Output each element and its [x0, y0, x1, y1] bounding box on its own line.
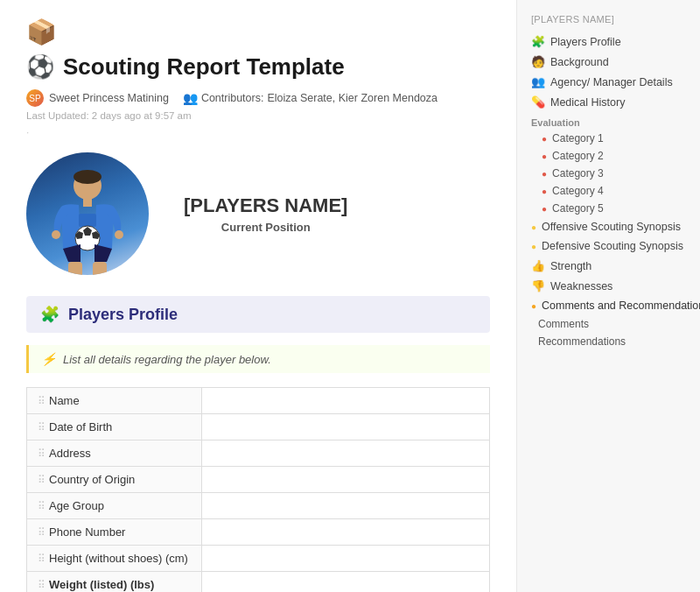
drag-handle-icon[interactable]: ⠿: [38, 579, 46, 591]
info-box-icon: ⚡: [41, 352, 56, 366]
sidebar-sub-label: Category 1: [552, 132, 604, 144]
page-title-text: Scouting Report Template: [63, 53, 345, 81]
sidebar-item-agency-manager-details[interactable]: 👥Agency/ Manager Details: [517, 72, 700, 92]
sidebar-sub-item-category-2[interactable]: ●Category 2: [517, 147, 700, 165]
sidebar-icon: ●: [542, 152, 547, 161]
profile-section-icon: 🧩: [40, 305, 60, 324]
table-row: ⠿Weight (listed) (lbs): [27, 572, 490, 593]
sidebar-item-comments-recommendations[interactable]: ●Comments and Recommendations: [517, 296, 700, 315]
drag-handle-icon[interactable]: ⠿: [38, 474, 46, 486]
drag-handle-icon[interactable]: ⠿: [38, 500, 46, 512]
table-row-label: ⠿Country of Origin: [27, 467, 202, 493]
drag-handle-icon[interactable]: ⠿: [38, 448, 46, 460]
sidebar-sub-item-comments[interactable]: Comments: [517, 315, 700, 333]
author-row: SP Sweet Princess Matining 👥 Contributor…: [26, 89, 490, 107]
table-row-label: ⠿Phone Number: [27, 519, 202, 546]
drag-handle-icon[interactable]: ⠿: [38, 553, 46, 565]
table-row: ⠿Phone Number: [27, 519, 490, 546]
table-row-value[interactable]: [202, 414, 490, 440]
table-row-value[interactable]: [202, 440, 490, 467]
sidebar-item-label: Agency/ Manager Details: [550, 76, 673, 88]
svg-point-1: [74, 170, 102, 184]
table-row-value[interactable]: [202, 493, 490, 519]
player-silhouette: [35, 161, 140, 275]
sidebar-item-defensive-scouting-synopsis[interactable]: ●Defensive Scouting Synopsis: [517, 236, 700, 256]
sidebar-sub-label: Category 3: [552, 167, 604, 180]
sidebar-icon: 🧩: [531, 35, 545, 48]
svg-rect-8: [93, 262, 107, 275]
table-row-value[interactable]: [202, 467, 490, 493]
sidebar-item-offensive-scouting-synopsis[interactable]: ●Offensive Scouting Synopsis: [517, 217, 700, 236]
svg-rect-2: [83, 198, 92, 207]
sidebar-sub-label: Category 5: [552, 202, 604, 215]
sidebar-icon: 🧑: [531, 55, 545, 68]
sidebar-item-background[interactable]: 🧑Background: [517, 52, 700, 72]
table-row: ⠿Date of Birth: [27, 414, 490, 440]
sidebar-sub-item-category-5[interactable]: ●Category 5: [517, 200, 700, 217]
contributors-names: Eloiza Serate, Kier Zoren Mendoza: [267, 92, 438, 104]
sidebar-item-label: Strength: [550, 260, 592, 272]
svg-rect-7: [68, 262, 82, 275]
sidebar-item-label: Players Profile: [550, 36, 621, 48]
sidebar-item-medical-history[interactable]: 💊Medical History: [517, 92, 700, 112]
sidebar-icon: ●: [542, 204, 547, 214]
sidebar-icon: ●: [542, 187, 547, 196]
table-row: ⠿Height (without shoes) (cm): [27, 546, 490, 572]
profile-section-title: Players Profile: [68, 306, 178, 324]
player-name: [PLAYERS NAME]: [184, 194, 347, 217]
table-row-label: ⠿Address: [27, 440, 202, 467]
page-title: ⚽ Scouting Report Template: [26, 53, 490, 81]
players-profile-section: 🧩 Players Profile: [26, 296, 490, 333]
sidebar-icon: ●: [542, 169, 547, 179]
table-row-value[interactable]: [202, 519, 490, 546]
table-row-label: ⠿Age Group: [27, 493, 202, 519]
sidebar-icon: ●: [542, 134, 547, 144]
app-icon: 📦: [26, 18, 490, 46]
sidebar-sub-item-category-4[interactable]: ●Category 4: [517, 182, 700, 200]
sidebar-sub-item-recommendations[interactable]: Recommendations: [517, 333, 700, 350]
table-row: ⠿Address: [27, 440, 490, 467]
sidebar-sub-item-category-3[interactable]: ●Category 3: [517, 165, 700, 182]
table-row-label: ⠿Height (without shoes) (cm): [27, 546, 202, 572]
sidebar-icon: ●: [531, 301, 536, 311]
last-updated: Last Updated: 2 days ago at 9:57 am: [26, 110, 490, 121]
sidebar-item-players-profile[interactable]: 🧩Players Profile: [517, 32, 700, 52]
sidebar-icon: 👎: [531, 279, 545, 292]
sidebar: [PLAYERS NAME] 🧩Players Profile🧑Backgrou…: [516, 0, 700, 592]
table-row-value[interactable]: [202, 388, 490, 414]
sidebar-icon: ●: [531, 242, 536, 251]
sidebar-item-weaknesses[interactable]: 👎Weaknesses: [517, 276, 700, 296]
sidebar-item-label: Background: [550, 56, 609, 68]
drag-handle-icon[interactable]: ⠿: [38, 421, 46, 433]
profile-table: ⠿Name⠿Date of Birth⠿Address⠿Country of O…: [26, 387, 490, 592]
drag-handle-icon[interactable]: ⠿: [38, 526, 46, 539]
player-name-box: [PLAYERS NAME] Current Position: [184, 194, 347, 234]
contributors-label: Contributors:: [201, 92, 264, 104]
sidebar-item-label: Defensive Scouting Synopsis: [542, 240, 683, 252]
table-row: ⠿Name: [27, 388, 490, 414]
table-row-value[interactable]: [202, 572, 490, 593]
separator-dot: ·: [26, 126, 490, 138]
table-row-value[interactable]: [202, 546, 490, 572]
sidebar-sub-label: Category 4: [552, 185, 604, 197]
player-photo: [26, 152, 149, 275]
sidebar-item-strength[interactable]: 👍Strength: [517, 256, 700, 276]
main-content: 📦 ⚽ Scouting Report Template SP Sweet Pr…: [0, 0, 516, 592]
sidebar-icon: 💊: [531, 95, 545, 109]
contributors-icon: 👥: [183, 91, 198, 105]
table-row-label: ⠿Name: [27, 388, 202, 414]
sidebar-players-name: [PLAYERS NAME]: [517, 11, 700, 32]
table-row: ⠿Age Group: [27, 493, 490, 519]
svg-point-4: [52, 230, 60, 239]
sidebar-sub-label: Comments: [538, 318, 589, 330]
sidebar-section-evaluation: Evaluation: [517, 112, 700, 130]
table-row-label: ⠿Date of Birth: [27, 414, 202, 440]
sidebar-sub-label: Recommendations: [538, 335, 626, 348]
player-section: [PLAYERS NAME] Current Position: [26, 152, 490, 275]
sidebar-sub-item-category-1[interactable]: ●Category 1: [517, 130, 700, 147]
sidebar-item-label: Medical History: [550, 96, 625, 109]
drag-handle-icon[interactable]: ⠿: [38, 395, 46, 407]
sidebar-icon: 👥: [531, 75, 545, 88]
sidebar-item-label: Comments and Recommendations: [542, 300, 700, 312]
sidebar-sub-label: Category 2: [552, 150, 604, 162]
